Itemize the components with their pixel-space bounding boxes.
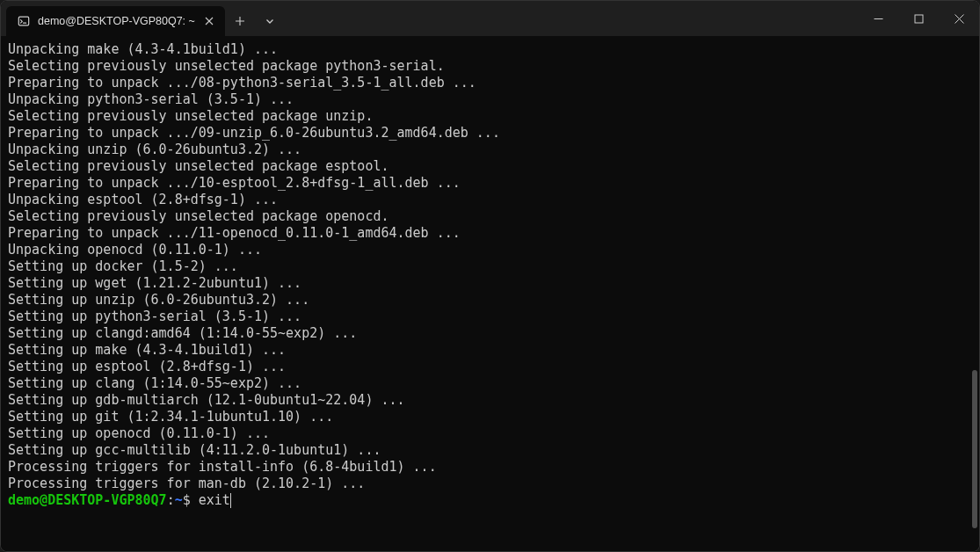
terminal-output: Unpacking make (4.3-4.1build1) ... Selec… [8,41,972,492]
command-input[interactable]: exit [199,492,230,508]
prompt-path: ~ [175,492,183,508]
prompt-line: demo@DESKTOP-VGP80Q7:~$ exit [8,492,972,509]
tab-active[interactable]: demo@DESKTOP-VGP80Q7: ~ [6,6,225,36]
text-cursor [230,493,231,508]
svg-rect-7 [915,15,923,23]
terminal-window: demo@DESKTOP-VGP80Q7: ~ [0,0,980,552]
prompt-user-host: demo@DESKTOP-VGP80Q7 [8,492,167,508]
tabs-region: demo@DESKTOP-VGP80Q7: ~ [1,1,285,36]
tab-dropdown-button[interactable] [255,6,285,36]
prompt-dollar: $ [183,492,199,508]
prompt-colon: : [167,492,175,508]
terminal-viewport[interactable]: Unpacking make (4.3-4.1build1) ... Selec… [1,36,979,551]
svg-rect-0 [18,17,28,25]
tab-title: demo@DESKTOP-VGP80Q7: ~ [38,15,195,27]
title-bar: demo@DESKTOP-VGP80Q7: ~ [1,1,979,36]
window-controls [858,1,979,36]
new-tab-button[interactable] [225,6,255,36]
tab-close-button[interactable] [202,14,216,28]
minimize-button[interactable] [858,1,898,36]
maximize-button[interactable] [898,1,939,36]
terminal-icon [17,14,31,28]
scrollbar-thumb[interactable] [972,370,977,528]
close-window-button[interactable] [939,1,979,36]
